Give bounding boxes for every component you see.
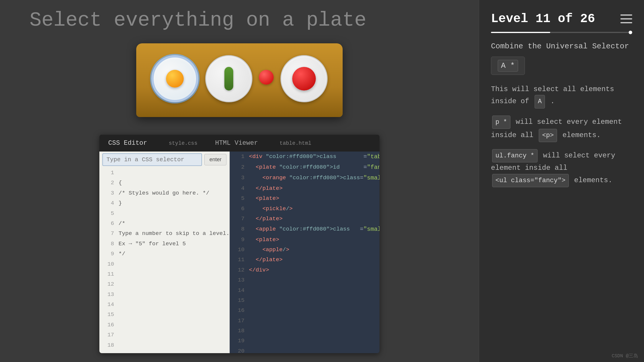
html-code-line: 10 <apple/> (230, 245, 380, 255)
table-top (151, 55, 328, 102)
desc2-badge2: <p> (539, 129, 557, 142)
html-lines: 1<div "color:#ffd080">class="table">2 <p… (230, 152, 380, 353)
css-code-line: 16 (99, 320, 229, 330)
desc1-end: . (551, 97, 555, 105)
desc2: p * will select every element inside all… (491, 116, 632, 142)
scene-container (136, 43, 343, 117)
css-selector-input[interactable] (102, 153, 202, 166)
html-code-line: 2 <plate "color:#ffd080">id="fancy"> (230, 162, 380, 173)
html-code-line: 15 (230, 295, 380, 305)
css-editor-filename: style.css (169, 140, 197, 146)
menu-line-1 (620, 14, 632, 16)
enter-button[interactable]: enter (204, 154, 226, 165)
html-code-line: 8 <apple "color:#ffd080">class="small"/> (230, 224, 380, 235)
html-code-line: 11 </plate> (230, 255, 380, 265)
html-code-line: 20 (230, 346, 380, 353)
desc1: This will select all elements inside of … (491, 84, 632, 108)
menu-line-3 (620, 22, 632, 23)
desc3-badge2: <ul class="fancy"> (492, 174, 569, 187)
tab-css-editor[interactable]: CSS Editor style.css (99, 135, 206, 152)
html-code-line: 13 (230, 275, 380, 285)
html-code-line: 16 (230, 305, 380, 315)
plate-pickle (205, 55, 252, 102)
html-code-line: 17 (230, 316, 380, 326)
pickle-item (224, 67, 233, 90)
standalone-red (259, 70, 274, 85)
desc3-end: elements. (574, 176, 612, 184)
css-code-line: 11 (99, 269, 229, 279)
plate-apple (280, 55, 328, 102)
html-code-line: 6 <pickle/> (230, 204, 380, 214)
selector-badge-box: A * (491, 57, 525, 75)
css-code-line: 9*/ (99, 249, 229, 259)
html-code-line: 1<div "color:#ffd080">class="table"> (230, 152, 380, 162)
html-code-line: 4 </plate> (230, 183, 380, 193)
css-lines: 12{3/* Styles would go here. */4}56/*7Ty… (99, 168, 229, 353)
css-code-line: 1 (99, 168, 229, 178)
tab-html-viewer[interactable]: HTML Viewer table.html (206, 135, 320, 152)
desc1-badge: A (535, 95, 545, 108)
level-header: Level 11 of 26 (491, 12, 632, 26)
wooden-table (136, 43, 343, 117)
css-editor-label: CSS Editor (108, 139, 147, 147)
css-code-line: 17 (99, 330, 229, 340)
plate-fancy (151, 55, 198, 102)
css-code-line: 14 (99, 300, 229, 310)
css-code-line: 8Ex → "5" for level 5 (99, 239, 229, 249)
html-viewer-label: HTML Viewer (215, 139, 258, 147)
css-code-line: 2{ (99, 178, 229, 188)
html-code-line: 18 (230, 326, 380, 336)
level-progress-dot (629, 31, 632, 34)
html-code-line: 12</div> (230, 265, 380, 275)
menu-icon[interactable] (620, 14, 632, 23)
desc2-end: elements. (562, 131, 601, 139)
level-progress-bar (491, 32, 632, 33)
editor-body: enter 12{3/* Styles would go here. */4}5… (99, 152, 380, 353)
html-viewer-filename: table.html (280, 140, 311, 146)
html-code-line: 14 (230, 285, 380, 295)
menu-line-2 (620, 18, 632, 19)
section-title: Combine the Universal Selector (491, 42, 632, 51)
css-code-line: 3/* Styles would go here. */ (99, 188, 229, 198)
css-code-line: 10 (99, 259, 229, 269)
html-code-line: 9 <plate> (230, 235, 380, 245)
css-code-line: 6/* (99, 218, 229, 228)
css-code-line: 15 (99, 310, 229, 320)
desc3: ul.fancy * will select every element ins… (491, 149, 632, 187)
css-code-line: 4} (99, 198, 229, 208)
css-code-line: 19 (99, 350, 229, 353)
html-code-line: 19 (230, 336, 380, 346)
desc2-badge1: p * (492, 116, 510, 129)
html-code-line: 5 <plate> (230, 193, 380, 203)
html-viewer-pane: 1<div "color:#ffd080">class="table">2 <p… (230, 152, 380, 353)
html-code-line: 3 <orange "color:#ffd080">class="small"/… (230, 173, 380, 183)
watermark: CSDN @三岛 (612, 353, 638, 359)
css-code-line: 18 (99, 340, 229, 350)
right-panel: Level 11 of 26 Combine the Universal Sel… (479, 0, 644, 362)
page-title: Select everything on a plate (29, 9, 367, 32)
selector-badge: A * (498, 60, 518, 72)
html-code-line: 7 </plate> (230, 214, 380, 224)
css-input-row: enter (99, 152, 229, 168)
editor-area: CSS Editor style.css HTML Viewer table.h… (99, 135, 380, 353)
css-code-line: 12 (99, 279, 229, 289)
css-code-line: 7Type a number to skip to a level. (99, 228, 229, 238)
left-panel: Select everything on a plate (0, 0, 479, 362)
css-code-line: 5 (99, 208, 229, 218)
css-code-line: 13 (99, 289, 229, 300)
desc3-badge1: ul.fancy * (492, 149, 538, 162)
css-editor-pane: enter 12{3/* Styles would go here. */4}5… (99, 152, 230, 353)
orange-item (166, 70, 184, 88)
editor-tabs: CSS Editor style.css HTML Viewer table.h… (99, 135, 380, 152)
apple-item (292, 67, 316, 90)
level-title: Level 11 of 26 (491, 12, 595, 26)
level-progress-fill (491, 32, 550, 33)
